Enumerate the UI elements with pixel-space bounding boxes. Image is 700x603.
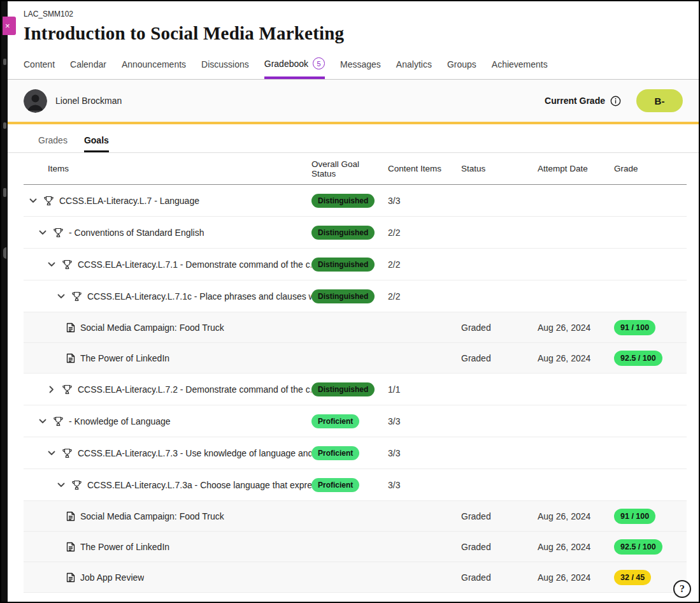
row-label[interactable]: - Knowledge of Language bbox=[69, 416, 171, 426]
grade-pill[interactable]: 92.5 / 100 bbox=[614, 351, 662, 366]
expand-chevron-icon[interactable] bbox=[39, 230, 53, 235]
table-row[interactable]: - Conventions of Standard English Distin… bbox=[24, 217, 687, 249]
tab-grades[interactable]: Grades bbox=[38, 135, 68, 152]
expand-chevron-icon[interactable] bbox=[39, 419, 53, 424]
row-label[interactable]: CCSS.ELA-Literacy.L.7.3 - Use knowledge … bbox=[78, 448, 311, 458]
tab-calendar[interactable]: Calendar bbox=[70, 59, 106, 79]
table-row[interactable]: - Knowledge of Language Proficient 3/3 bbox=[24, 405, 687, 437]
table-row[interactable]: Social Media Campaign: Food Truck Graded… bbox=[24, 312, 687, 343]
col-content-items: Content Items bbox=[380, 164, 457, 173]
tab-messages[interactable]: Messages bbox=[340, 59, 381, 79]
expand-chevron-icon[interactable] bbox=[48, 451, 62, 456]
gradebook-count-badge: 5 bbox=[313, 57, 325, 69]
student-bar: Lionel Brockman Current Grade B- bbox=[8, 80, 699, 124]
table-row[interactable]: The Power of LinkedIn Graded Aug 26, 202… bbox=[24, 343, 687, 374]
row-name-cell: The Power of LinkedIn bbox=[24, 353, 311, 363]
grade-cell: 92.5 / 100 bbox=[610, 351, 687, 366]
item-status: Graded bbox=[457, 542, 533, 552]
goal-status-cell: Distinguished bbox=[311, 258, 380, 272]
content-items-count: 1/1 bbox=[380, 384, 457, 395]
tab-goals[interactable]: Goals bbox=[84, 135, 109, 152]
person-icon bbox=[24, 89, 47, 113]
help-button[interactable]: ? bbox=[673, 580, 691, 598]
goal-trophy-icon bbox=[43, 196, 54, 206]
goal-status-pill: Proficient bbox=[311, 446, 359, 460]
expand-chevron-icon[interactable] bbox=[48, 387, 62, 392]
attempt-date: Aug 26, 2024 bbox=[533, 572, 610, 583]
current-grade-pill[interactable]: B- bbox=[636, 89, 683, 112]
goal-trophy-icon bbox=[53, 228, 64, 238]
table-row[interactable]: Social Media Campaign: Food Truck Graded… bbox=[24, 501, 687, 532]
content-items-count: 3/3 bbox=[380, 196, 457, 206]
attempt-date: Aug 26, 2024 bbox=[533, 353, 610, 363]
table-row[interactable]: The Power of LinkedIn Graded Aug 26, 202… bbox=[24, 532, 687, 562]
row-label[interactable]: CCSS.ELA-Literacy.L.7.3a - Choose langua… bbox=[87, 480, 311, 490]
goal-status-cell: Proficient bbox=[311, 478, 380, 492]
tab-achievements[interactable]: Achievements bbox=[492, 59, 548, 79]
row-label[interactable]: CCSS.ELA-Literacy.L.7.2 - Demonstrate co… bbox=[78, 384, 311, 395]
document-icon bbox=[66, 511, 75, 521]
table-row[interactable]: CCSS.ELA-Literacy.L.7.1 - Demonstrate co… bbox=[24, 249, 687, 280]
goal-trophy-icon bbox=[71, 480, 82, 490]
base-nav-partial-icon bbox=[3, 122, 6, 129]
content-items-count: 2/2 bbox=[380, 259, 457, 270]
col-grade: Grade bbox=[610, 164, 687, 173]
gradebook-subtabs: Grades Goals bbox=[8, 124, 699, 153]
goal-status-cell: Proficient bbox=[311, 446, 380, 460]
table-row[interactable]: Job App Review Graded Aug 26, 2024 32 / … bbox=[24, 562, 687, 593]
goal-status-pill: Distinguished bbox=[311, 226, 375, 240]
goals-table-body: CCSS.ELA-Literacy.L.7 - Language Disting… bbox=[24, 185, 687, 593]
col-status: Status bbox=[457, 164, 533, 173]
tab-discussions[interactable]: Discussions bbox=[201, 59, 249, 79]
row-label[interactable]: Social Media Campaign: Food Truck bbox=[80, 511, 224, 521]
table-row[interactable]: CCSS.ELA-Literacy.L.7 - Language Disting… bbox=[24, 185, 687, 217]
current-grade-label: Current Grade bbox=[545, 96, 605, 106]
expand-chevron-icon[interactable] bbox=[29, 198, 43, 203]
base-nav-strip bbox=[1, 1, 8, 602]
grade-cell: 91 / 100 bbox=[610, 509, 687, 524]
table-row[interactable]: CCSS.ELA-Literacy.L.7.3 - Use knowledge … bbox=[24, 437, 687, 469]
row-name-cell: CCSS.ELA-Literacy.L.7.1c - Place phrases… bbox=[24, 291, 311, 302]
row-label[interactable]: Job App Review bbox=[80, 572, 144, 583]
grade-pill[interactable]: 92.5 / 100 bbox=[614, 539, 662, 555]
goal-status-cell: Proficient bbox=[311, 414, 380, 428]
tab-analytics[interactable]: Analytics bbox=[396, 59, 432, 79]
goal-status-cell: Distinguished bbox=[311, 194, 380, 208]
table-row[interactable]: CCSS.ELA-Literacy.L.7.3a - Choose langua… bbox=[24, 469, 687, 501]
base-nav-partial-icon bbox=[3, 59, 6, 65]
grade-pill[interactable]: 91 / 100 bbox=[614, 320, 655, 335]
goals-table-header: Items Overall Goal Status Content Items … bbox=[24, 153, 687, 185]
grade-pill[interactable]: 32 / 45 bbox=[614, 570, 651, 585]
row-label[interactable]: CCSS.ELA-Literacy.L.7.1 - Demonstrate co… bbox=[78, 259, 311, 270]
expand-chevron-icon[interactable] bbox=[57, 483, 71, 488]
tab-gradebook[interactable]: Gradebook 5 bbox=[264, 57, 325, 79]
panel-close-button[interactable]: × bbox=[3, 17, 16, 35]
item-status: Graded bbox=[457, 353, 533, 363]
table-row[interactable]: CCSS.ELA-Literacy.L.7.1c - Place phrases… bbox=[24, 280, 687, 312]
course-title: Introduction to Social Media Marketing bbox=[24, 23, 699, 44]
tab-announcements[interactable]: Announcements bbox=[122, 59, 186, 79]
expand-chevron-icon[interactable] bbox=[48, 262, 62, 267]
student-avatar bbox=[24, 89, 47, 113]
document-icon bbox=[66, 323, 75, 333]
row-name-cell: CCSS.ELA-Literacy.L.7.3 - Use knowledge … bbox=[24, 448, 311, 458]
row-label[interactable]: CCSS.ELA-Literacy.L.7 - Language bbox=[59, 196, 199, 206]
row-label[interactable]: - Conventions of Standard English bbox=[69, 228, 204, 238]
tab-content[interactable]: Content bbox=[24, 59, 55, 79]
grade-pill[interactable]: 91 / 100 bbox=[614, 509, 655, 524]
expand-chevron-icon[interactable] bbox=[57, 294, 71, 299]
tab-groups[interactable]: Groups bbox=[447, 59, 476, 79]
content-items-count: 3/3 bbox=[380, 448, 457, 458]
row-label[interactable]: The Power of LinkedIn bbox=[80, 542, 169, 552]
item-status: Graded bbox=[457, 511, 533, 521]
attempt-date: Aug 26, 2024 bbox=[533, 323, 610, 333]
table-row[interactable]: CCSS.ELA-Literacy.L.7.2 - Demonstrate co… bbox=[24, 374, 687, 405]
row-label[interactable]: CCSS.ELA-Literacy.L.7.1c - Place phrases… bbox=[87, 291, 311, 302]
info-icon[interactable] bbox=[610, 96, 621, 106]
col-attempt-date: Attempt Date bbox=[533, 164, 610, 173]
base-nav-partial-icon bbox=[3, 188, 6, 197]
row-label[interactable]: Social Media Campaign: Food Truck bbox=[80, 323, 224, 333]
row-label[interactable]: The Power of LinkedIn bbox=[80, 353, 169, 363]
content-items-count: 2/2 bbox=[380, 228, 457, 238]
item-status: Graded bbox=[457, 572, 533, 583]
